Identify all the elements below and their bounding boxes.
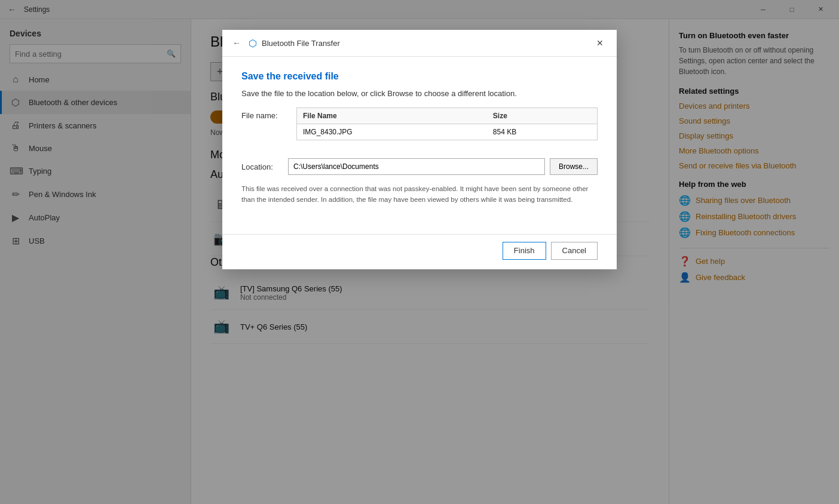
modal-title: Bluetooth File Transfer [262,39,586,48]
file-table: File Name Size IMG_8430.JPG 854 KB [296,107,598,140]
modal-instruction: Save the file to the location below, or … [241,89,598,98]
modal-overlay: ← ⬡ Bluetooth File Transfer ✕ Save the r… [0,0,839,504]
file-name-label: File name: [241,107,289,120]
modal-heading: Save the received file [241,71,598,82]
location-input[interactable] [288,158,545,175]
bluetooth-file-transfer-dialog: ← ⬡ Bluetooth File Transfer ✕ Save the r… [222,30,617,269]
modal-back-button[interactable]: ← [229,36,244,50]
file-section: File name: File Name Size IMG_8430.JPG 8… [241,107,598,150]
file-row-size: 854 KB [487,124,598,140]
finish-button[interactable]: Finish [503,242,546,260]
browse-button[interactable]: Browse... [550,158,598,175]
cancel-button[interactable]: Cancel [551,242,598,260]
file-row-name: IMG_8430.JPG [297,124,487,140]
modal-close-button[interactable]: ✕ [590,35,610,51]
warning-text: This file was received over a connection… [241,183,598,205]
col-size: Size [487,108,598,124]
modal-titlebar: ← ⬡ Bluetooth File Transfer ✕ [222,30,617,57]
location-row: Location: Browse... [241,158,598,175]
col-filename: File Name [297,108,487,124]
location-label: Location: [241,162,283,171]
file-table-row: IMG_8430.JPG 854 KB [297,124,598,140]
modal-footer: Finish Cancel [222,234,617,269]
bluetooth-icon: ⬡ [249,38,257,49]
modal-body: Save the received file Save the file to … [222,57,617,234]
